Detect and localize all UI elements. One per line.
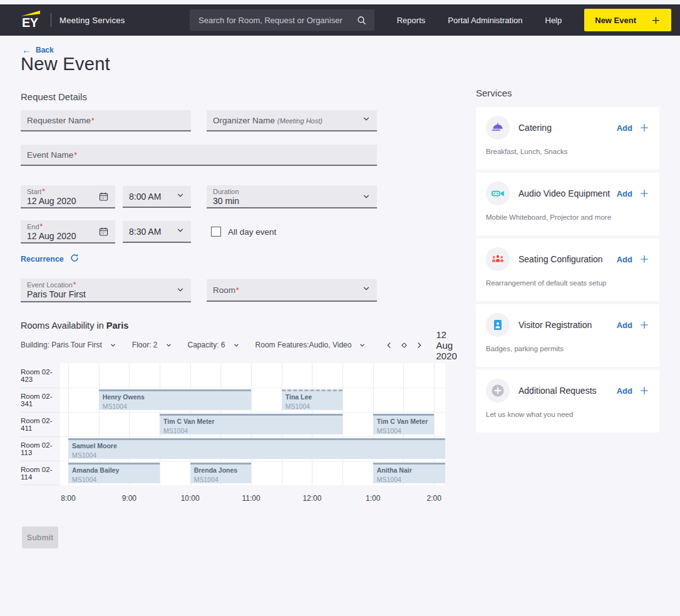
add-additional-requests-button[interactable]: Add <box>617 386 649 396</box>
catering-icon <box>486 116 510 140</box>
room-placeholder: Room <box>213 285 239 295</box>
add-plus-icon <box>639 188 649 198</box>
rooms-timeline: Room 02-423Room 02-341Henry OwensMS1004T… <box>21 363 445 505</box>
new-event-button[interactable]: New Event <box>584 9 671 31</box>
gridline <box>251 363 252 388</box>
add-label: Add <box>617 321 632 330</box>
nav-links: ReportsPortal AdministrationHelp New Eve… <box>397 9 671 31</box>
booking-bar[interactable]: Tina LeeMS1004 <box>282 389 343 410</box>
service-card-header: Seating ConfigurationAdd <box>486 247 649 272</box>
add-label: Add <box>617 255 632 264</box>
axis-tick: 10:00 <box>181 494 200 503</box>
end-time-field[interactable]: 8:30 AM <box>123 221 191 243</box>
add-seating-configuration-button[interactable]: Add <box>617 254 649 264</box>
gridline <box>68 363 69 388</box>
ey-logo-mark: EY <box>22 10 44 30</box>
timeline-row: Room 02-423 <box>21 363 445 388</box>
duration-field[interactable]: Duration 30 min <box>207 185 377 208</box>
booking-bar[interactable]: Tim C Van MeterMS1004 <box>373 414 434 434</box>
chevron-down-icon <box>106 342 116 349</box>
filter-0[interactable]: Building: Paris Tour First <box>21 341 116 349</box>
booking-bar[interactable]: Henry OwensMS1004 <box>99 389 251 410</box>
today-diamond-icon[interactable] <box>397 342 411 349</box>
additional-icon <box>486 379 510 403</box>
axis-tick: 9:00 <box>122 494 137 503</box>
room-schedule: Samuel MooreMS1004 <box>60 436 445 461</box>
filter-label: Building: Paris Tour First <box>21 341 102 349</box>
all-day-checkbox[interactable] <box>211 227 221 237</box>
end-time-value: 8:30 AM <box>129 227 161 237</box>
booking-code: MS1004 <box>377 427 431 434</box>
add-visitor-registration-button[interactable]: Add <box>617 320 649 330</box>
room-schedule: Amanda BaileyMS1004Brenda JonesMS1004Ani… <box>60 461 445 485</box>
nav-link-portal-administration[interactable]: Portal Administration <box>448 16 522 25</box>
booking-code: MS1004 <box>377 476 443 483</box>
chevron-down-icon <box>176 226 185 237</box>
event-location-value: Paris Tour First <box>27 289 86 300</box>
gridline <box>99 413 100 436</box>
booking-name: Tina Lee <box>286 393 340 401</box>
booking-bar[interactable]: Samuel MooreMS1004 <box>68 438 445 459</box>
gridline <box>373 363 374 388</box>
booking-name: Tim C Van Meter <box>377 418 431 426</box>
filter-1[interactable]: Floor: 2 <box>132 341 172 349</box>
booking-bar[interactable]: Amanda BaileyMS1004 <box>68 463 160 483</box>
start-time-field[interactable]: 8:00 AM <box>123 186 191 208</box>
start-date-value: 12 Aug 2020 <box>27 196 76 207</box>
ey-logo[interactable]: EY Meeting Services <box>22 10 125 30</box>
gridline <box>343 388 343 412</box>
gridline <box>68 413 69 436</box>
submit-button[interactable]: Submit <box>22 526 58 548</box>
search-input[interactable] <box>190 16 356 25</box>
event-name-placeholder: Event Name <box>27 150 77 160</box>
event-name-field[interactable]: Event Name <box>21 145 377 166</box>
filter-3[interactable]: Room Features:Audio, Video <box>255 341 366 349</box>
room-schedule: Tim C Van MeterMS1004Tim C Van MeterMS10… <box>60 412 445 436</box>
seating-icon <box>486 247 510 271</box>
end-label: End <box>27 223 43 231</box>
requester-name-field[interactable]: Requester Name <box>21 110 191 131</box>
page-title: New Event <box>21 54 110 74</box>
brand-divider <box>51 13 51 27</box>
service-card-audio-video-equipment: Audio Video EquipmentAddMobile Whiteboar… <box>476 173 659 235</box>
search-icon[interactable] <box>356 15 367 26</box>
duration-value: 30 min <box>213 196 239 207</box>
filter-2[interactable]: Capacity: 6 <box>188 341 240 349</box>
booking-bar[interactable]: Anitha NairMS1004 <box>373 463 445 483</box>
chevron-down-icon <box>176 285 185 294</box>
start-time-value: 8:00 AM <box>129 192 161 202</box>
gridline <box>434 413 435 436</box>
booking-bar[interactable]: Brenda JonesMS1004 <box>190 463 251 483</box>
nav-link-help[interactable]: Help <box>545 16 562 25</box>
gridline <box>282 461 282 485</box>
add-plus-icon <box>639 320 649 330</box>
room-label: Room 02-114 <box>21 461 60 485</box>
service-card-seating-configuration: Seating ConfigurationAddRearrangement of… <box>476 239 659 301</box>
event-location-field[interactable]: Event Location Paris Tour First <box>21 279 191 302</box>
end-date-field[interactable]: End 12 Aug 2020 <box>21 220 115 244</box>
add-audio-video-equipment-button[interactable]: Add <box>617 188 649 198</box>
prev-day-icon[interactable] <box>381 341 397 349</box>
filter-bar: Building: Paris Tour FirstFloor: 2Capaci… <box>21 339 445 351</box>
next-day-icon[interactable] <box>411 341 427 349</box>
booking-bar[interactable]: Tim C Van MeterMS1004 <box>160 414 343 434</box>
add-label: Add <box>617 123 632 133</box>
chevron-down-icon <box>176 191 185 202</box>
calendar-icon <box>98 226 109 237</box>
calendar-nav: 12 Aug 2020 <box>381 329 456 361</box>
gridline <box>403 363 404 388</box>
brand-text: EY <box>22 16 38 30</box>
recurrence-link[interactable]: Recurrence <box>21 253 80 265</box>
booking-name: Samuel Moore <box>72 442 443 450</box>
nav-link-reports[interactable]: Reports <box>397 16 426 25</box>
start-date-field[interactable]: Start 12 Aug 2020 <box>21 185 115 208</box>
organizer-name-placeholder: Organizer Name (Meeting Host) <box>213 116 322 125</box>
organizer-name-field[interactable]: Organizer Name (Meeting Host) <box>207 110 377 131</box>
all-day-toggle[interactable]: All day event <box>211 227 276 237</box>
gridline <box>160 461 160 485</box>
calendar-icon <box>98 191 109 202</box>
add-catering-button[interactable]: Add <box>617 123 649 133</box>
services-heading: Services <box>476 88 659 98</box>
axis-tick: 12:00 <box>302 494 321 503</box>
room-field[interactable]: Room <box>207 279 377 302</box>
